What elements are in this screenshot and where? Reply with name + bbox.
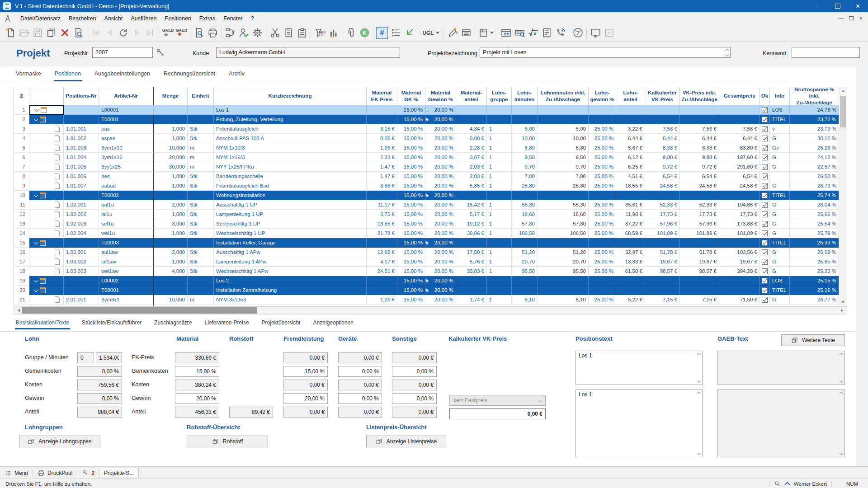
cell-ic[interactable] <box>29 105 64 115</box>
cell-lg[interactable]: 1 <box>487 295 512 305</box>
kennwort-input[interactable] <box>792 47 860 58</box>
vk-preis-field[interactable] <box>449 408 546 419</box>
cell-kurz[interactable]: Los 1 <box>214 105 367 115</box>
next-record-icon[interactable] <box>130 26 143 40</box>
cell-einh[interactable]: Stk <box>188 210 214 219</box>
cell-einh[interactable]: Stk <box>188 134 214 143</box>
druckpool-icon[interactable] <box>459 26 473 40</box>
cell-ic[interactable] <box>29 276 64 286</box>
col-header-ic[interactable] <box>29 87 64 105</box>
cell-art[interactable]: pas <box>99 124 154 134</box>
cell-pos[interactable]: 1.01.003 <box>64 143 99 153</box>
cell-ma[interactable]: 17,50 € <box>456 248 487 257</box>
cell-ic[interactable] <box>29 162 64 172</box>
cell-br[interactable]: 25,15 % <box>790 276 839 286</box>
cell-ges[interactable]: 19,67 € <box>719 257 760 267</box>
cell-la[interactable]: 6,25 € <box>616 162 645 172</box>
cell-la[interactable]: 3,22 € <box>616 124 645 134</box>
grid-row[interactable]: 15T00003Installation Keller, Garage15,00… <box>14 238 839 248</box>
cell-ek[interactable]: 1,26 € <box>367 295 397 305</box>
cell-lg[interactable] <box>487 286 512 295</box>
cell-art[interactable]: wel1u <box>99 229 154 238</box>
cell-art[interactable]: lal1aw <box>99 257 154 267</box>
cell-info[interactable]: G <box>770 181 790 191</box>
cell-vki[interactable] <box>680 238 719 248</box>
cell-lm[interactable] <box>512 191 538 200</box>
chevron-up-icon[interactable] <box>784 482 790 488</box>
cell-vki[interactable]: 51,78 € <box>680 248 719 257</box>
geraete-gemeinkosten-field[interactable] <box>338 366 382 377</box>
cell-ek[interactable]: 2,23 € <box>367 153 397 162</box>
cell-la[interactable] <box>616 276 645 286</box>
cell-gk[interactable]: 15,00 % <box>397 134 425 143</box>
lohn-gewinn-field[interactable] <box>77 393 122 404</box>
cell-ma[interactable] <box>456 191 487 200</box>
cell-ic[interactable] <box>29 210 64 219</box>
cell-einh[interactable] <box>188 191 214 200</box>
cell-br[interactable]: 26,50 % <box>790 172 839 181</box>
cell-n[interactable]: 10 <box>14 191 29 200</box>
cell-kvk[interactable]: 6,54 € <box>645 172 680 181</box>
tab-positionen[interactable]: Positionen <box>54 69 82 81</box>
cell-kurz[interactable]: Wohnungsinstallation <box>214 191 367 200</box>
sonstige-gewinn-field[interactable] <box>392 393 437 404</box>
cell-kurz[interactable]: Ausschaltltg 1 UP <box>214 200 367 210</box>
cell-pos[interactable] <box>64 276 99 286</box>
cell-einh[interactable]: m <box>188 153 214 162</box>
cell-ic[interactable] <box>29 257 64 267</box>
cell-gw[interactable]: 20,00 % <box>425 257 456 267</box>
cell-menge[interactable]: 1,000 <box>154 181 188 191</box>
cell-kvk[interactable] <box>645 238 680 248</box>
scroll-down-icon[interactable] <box>840 379 843 383</box>
minimize-button[interactable] <box>807 0 827 12</box>
cell-br[interactable]: 23,73 % <box>790 124 839 134</box>
grid-row[interactable]: 111.02.001aul1u2,000StkAusschaltltg 1 UP… <box>14 200 839 210</box>
cell-ic[interactable] <box>29 248 64 257</box>
anzeige-listenpreise-button[interactable]: Anzeige Listenpreise <box>366 436 446 447</box>
cell-br[interactable]: 22,57 % <box>790 162 839 172</box>
cell-gw[interactable]: 20,00 % <box>425 134 456 143</box>
copy-record-icon[interactable] <box>44 26 58 40</box>
cell-lmi[interactable]: 51,20 <box>538 248 589 257</box>
lohn-gemeinkosten-field[interactable] <box>77 366 122 377</box>
cell-ok[interactable] <box>760 257 770 267</box>
cell-kurz[interactable]: Lampenleitung 1 UP <box>214 210 367 219</box>
cell-br[interactable]: 25,23 % <box>790 267 839 276</box>
cell-ma[interactable] <box>456 105 487 115</box>
cell-art[interactable]: wel1aw <box>99 267 154 276</box>
cell-lgw[interactable]: 25,00 % <box>589 257 616 267</box>
cell-br[interactable]: 25,79 % <box>790 229 839 238</box>
cell-lgw[interactable]: 25,00 % <box>589 134 616 143</box>
cell-n[interactable]: 13 <box>14 219 29 229</box>
cell-gw[interactable]: 20,00 % <box>425 238 456 248</box>
cell-la[interactable] <box>616 238 645 248</box>
cell-kurz[interactable]: Los 2 <box>214 276 367 286</box>
cell-pos[interactable] <box>64 191 99 200</box>
cell-br[interactable]: 26,77 % <box>790 295 839 305</box>
open-icon[interactable] <box>17 26 31 40</box>
cell-ic[interactable] <box>29 200 64 210</box>
cell-ok[interactable] <box>760 200 770 210</box>
cell-vki[interactable]: 9,72 € <box>680 162 719 172</box>
cell-vki[interactable]: 9,88 € <box>680 153 719 162</box>
cell-ok[interactable] <box>760 210 770 219</box>
cell-n[interactable]: 14 <box>14 229 29 238</box>
cell-lmi[interactable]: 8,80 <box>538 143 589 153</box>
cell-ek[interactable]: 0,00 € <box>367 134 397 143</box>
cell-ges[interactable]: 6,54 € <box>719 172 760 181</box>
cell-ok[interactable] <box>760 105 770 115</box>
cell-art[interactable]: L00002 <box>99 276 154 286</box>
rohstoff-anteil-field[interactable] <box>229 407 273 418</box>
cell-lgw[interactable] <box>589 191 616 200</box>
cell-lmi[interactable]: 55,30 <box>538 200 589 210</box>
cell-gk[interactable]: 15,00 % <box>397 238 425 248</box>
cell-lg[interactable]: 1 <box>487 153 512 162</box>
cell-lmi[interactable]: 57,80 <box>538 219 589 229</box>
cell-einh[interactable]: Stk <box>188 200 214 210</box>
cell-lm[interactable]: 9,70 <box>512 162 538 172</box>
cell-ma[interactable] <box>456 276 487 286</box>
copy-icon[interactable] <box>282 26 295 40</box>
cell-la[interactable]: 5,67 € <box>616 143 645 153</box>
cell-lgw[interactable]: 25,00 % <box>589 153 616 162</box>
cell-br[interactable]: 23,72 % <box>790 115 839 124</box>
